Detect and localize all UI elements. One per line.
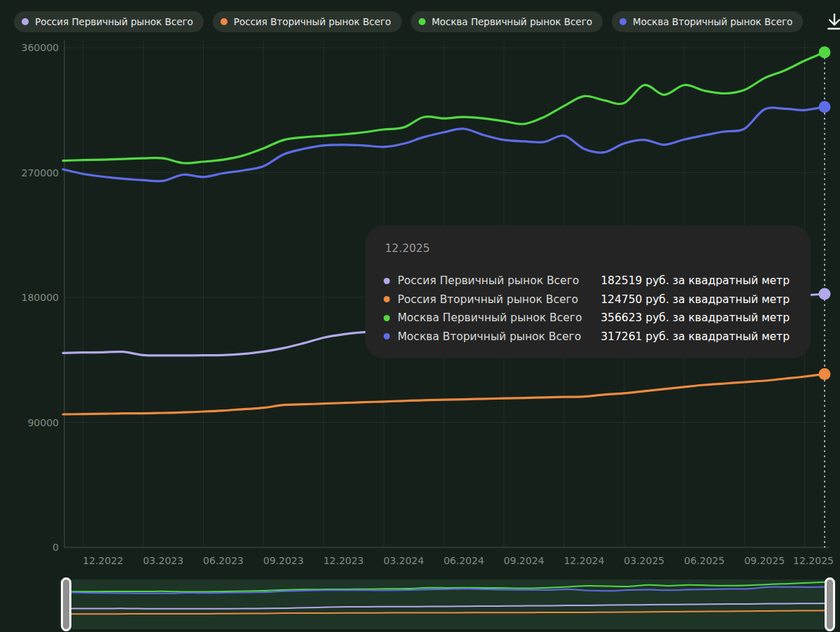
x-axis-tick-label: 06.2024 bbox=[444, 555, 484, 566]
tooltip-series-value: 124750 руб. за квадратный метр bbox=[601, 293, 790, 306]
tooltip-rows: Россия Первичный рынок Всего182519 руб. … bbox=[384, 272, 790, 346]
tooltip-series-dot-icon bbox=[384, 296, 390, 302]
y-axis-tick-label: 0 bbox=[52, 542, 59, 553]
x-axis-tick-label: 12.2024 bbox=[564, 555, 604, 566]
tooltip-series-label: Москва Первичный рынок Всего bbox=[398, 311, 582, 324]
x-axis-tick-label: 06.2023 bbox=[203, 555, 244, 566]
tooltip-series-dot-icon bbox=[384, 333, 390, 339]
slider-handle-right[interactable] bbox=[825, 577, 835, 631]
x-axis-tick-label: 12.2022 bbox=[83, 555, 123, 566]
tooltip-series-value: 356623 руб. за квадратный метр bbox=[601, 311, 790, 324]
minimap-line-russia-primary bbox=[67, 603, 829, 609]
tooltip-series-value: 182519 руб. за квадратный метр bbox=[601, 274, 790, 287]
slider-handle-left[interactable] bbox=[61, 577, 71, 631]
tooltip-series-dot-icon bbox=[384, 315, 390, 321]
x-axis-tick-label: 09.2025 bbox=[744, 555, 785, 566]
x-axis-tick-label: 09.2024 bbox=[504, 555, 545, 566]
line-russia-secondary-end-dot bbox=[819, 368, 831, 380]
tooltip-series-label: Москва Вторичный рынок Всего bbox=[398, 330, 581, 343]
x-axis-tick-label: 12.2025 bbox=[793, 555, 834, 566]
tooltip-date: 12.2025 bbox=[385, 242, 790, 255]
x-axis-tick-label: 12.2023 bbox=[323, 555, 364, 566]
x-axis-tick-label: 06.2025 bbox=[684, 555, 724, 566]
chart-tooltip: 12.2025 Россия Первичный рынок Всего1825… bbox=[365, 225, 811, 358]
y-axis-tick-label: 360000 bbox=[22, 42, 59, 53]
line-russia-primary-end-dot bbox=[819, 288, 831, 300]
tooltip-row-1: Россия Вторичный рынок Всего124750 руб. … bbox=[384, 290, 790, 309]
tooltip-series-dot-icon bbox=[384, 278, 390, 284]
y-axis-tick-label: 90000 bbox=[27, 417, 59, 428]
x-axis-tick-label: 03.2025 bbox=[624, 555, 664, 566]
y-axis-tick-label: 180000 bbox=[22, 292, 59, 303]
tooltip-series-label: Россия Первичный рынок Всего bbox=[398, 274, 579, 287]
x-axis-tick-label: 09.2023 bbox=[263, 555, 304, 566]
tooltip-row-2: Москва Первичный рынок Всего356623 руб. … bbox=[384, 309, 790, 328]
line-moscow-secondary-end-dot bbox=[819, 101, 831, 113]
x-axis-tick-label: 03.2024 bbox=[384, 555, 424, 566]
minimap-line-russia-secondary bbox=[67, 610, 829, 614]
tooltip-series-label: Россия Вторичный рынок Всего bbox=[398, 293, 578, 306]
range-slider-track[interactable] bbox=[59, 580, 837, 629]
y-axis-tick-label: 270000 bbox=[22, 167, 59, 178]
line-moscow-primary-end-dot bbox=[819, 46, 831, 58]
tooltip-series-value: 317261 руб. за квадратный метр bbox=[601, 330, 790, 343]
tooltip-row-3: Москва Вторичный рынок Всего317261 руб. … bbox=[384, 328, 790, 346]
x-axis-tick-label: 03.2023 bbox=[143, 555, 183, 566]
price-chart-app: Россия Первичный рынок ВсегоРоссия Втори… bbox=[0, 0, 840, 632]
tooltip-row-0: Россия Первичный рынок Всего182519 руб. … bbox=[384, 272, 790, 290]
minimap-chart bbox=[59, 580, 837, 629]
minimap-line-moscow-primary bbox=[67, 582, 829, 592]
